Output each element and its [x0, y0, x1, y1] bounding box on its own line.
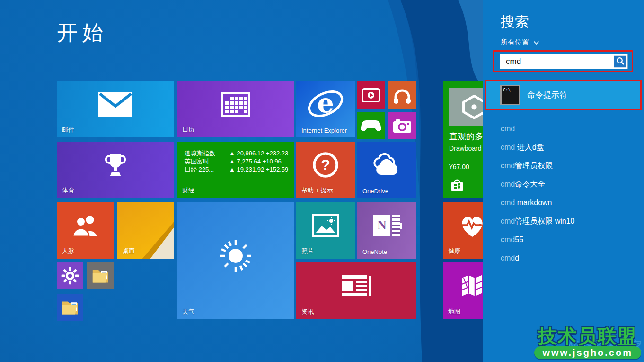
tile-settings[interactable]	[57, 262, 83, 289]
tile-news[interactable]: 资讯	[296, 262, 416, 319]
envelope-icon	[57, 81, 174, 127]
tile-people[interactable]: 人脉	[57, 202, 114, 259]
tile-label: Internet Explorer	[301, 127, 347, 134]
search-suggestion[interactable]: cmd markdown	[501, 193, 574, 212]
tile-mail[interactable]: 邮件	[57, 81, 174, 137]
tile-video[interactable]	[357, 81, 385, 109]
suggestion-completion-text: 命令大全	[515, 180, 545, 188]
question-mark-icon: ?	[296, 142, 355, 188]
watermark: Win8系统之家 技术员联盟 www.jsgho.com	[534, 323, 642, 359]
tile-weather[interactable]: 天气	[177, 202, 294, 319]
search-scope-dropdown[interactable]: 所有位置	[501, 38, 539, 47]
tile-games[interactable]	[357, 112, 385, 139]
store-app-price: ¥67.00	[449, 163, 469, 171]
suggestion-completion-text: markdown	[515, 199, 552, 207]
question-glyph: ?	[321, 156, 330, 173]
search-panel: 搜索 所有位置 C:\_ 命令提示符 cmd cmd 进入d盘 cmd管理员权限	[483, 0, 644, 362]
search-submit-button[interactable]	[614, 55, 626, 68]
search-panel-title: 搜索	[501, 12, 529, 32]
search-result-label: 命令提示符	[527, 90, 567, 100]
tile-desktop[interactable]: 桌面	[117, 202, 174, 259]
tile-label: 资讯	[301, 308, 314, 316]
gamepad-icon	[357, 112, 385, 139]
tile-sports[interactable]: 体育	[57, 142, 174, 198]
stock-quotes: 道琼斯指数▲ 20,996.12 +232.23 英国富时...▲ 7,275.…	[185, 149, 288, 173]
store-app-name: Drawboard P	[449, 145, 488, 152]
search-scope-label: 所有位置	[501, 38, 529, 47]
page-title: 开始	[57, 19, 108, 47]
suggestion-completion-text: 管理员权限 win10	[515, 217, 574, 225]
tile-label: 健康	[448, 247, 460, 255]
stock-row: 道琼斯指数▲ 20,996.12 +232.23	[185, 149, 288, 157]
tile-finance[interactable]: 道琼斯指数▲ 20,996.12 +232.23 英国富时...▲ 7,275.…	[177, 142, 294, 198]
divider	[501, 115, 634, 115]
search-suggestion[interactable]: cmdd	[501, 249, 574, 267]
stock-row: 日经 225...▲ 19,231.92 +152.59	[185, 165, 288, 173]
cloud-icon	[357, 142, 416, 188]
tile-documents-folder[interactable]	[87, 262, 114, 289]
search-suggestion[interactable]: cmd 进入d盘	[501, 138, 574, 156]
suggestion-completion-text: d	[515, 254, 519, 262]
tile-label: 日历	[182, 126, 194, 134]
tile-camera[interactable]	[388, 112, 416, 139]
tile-calendar[interactable]: 日历	[177, 81, 294, 137]
suggestion-completion-text: 管理员权限	[515, 162, 553, 170]
photo-icon	[296, 202, 355, 248]
search-input[interactable]	[500, 54, 628, 69]
watermark-url: www.jsgho.com	[534, 346, 642, 359]
tile-photos[interactable]: 照片	[296, 202, 355, 259]
search-suggestions: cmd cmd 进入d盘 cmd管理员权限 cmd命令大全 cmd markdo…	[501, 119, 574, 267]
suggestion-typed-text: cmd	[501, 143, 515, 151]
sun-icon	[177, 202, 294, 309]
search-suggestion[interactable]: cmd	[501, 119, 574, 138]
tile-onenote[interactable]: N OneNote	[357, 202, 416, 259]
people-icon	[57, 202, 114, 248]
tile-label: 地图	[448, 308, 460, 316]
onenote-letter: N	[377, 218, 387, 233]
headphones-icon	[388, 81, 416, 109]
tile-label: 财经	[182, 186, 194, 195]
tile-label: 照片	[301, 247, 314, 255]
tile-label: OneDrive	[362, 188, 388, 195]
camera-icon	[388, 112, 416, 139]
store-app-title: 直观的多	[449, 131, 483, 142]
search-box	[500, 54, 628, 69]
ie-logo-icon: e	[296, 81, 355, 127]
gear-icon	[57, 262, 83, 289]
tile-help-tips[interactable]: ? 帮助 + 提示	[296, 142, 355, 198]
suggestion-typed-text: cmd	[501, 180, 515, 188]
chevron-down-icon	[533, 38, 539, 46]
suggestion-completion-text: 55	[515, 235, 523, 244]
stock-row: 英国富时...▲ 7,275.64 +10.96	[185, 157, 288, 165]
suggestion-typed-text: cmd	[501, 162, 515, 170]
tile-label: 帮助 + 提示	[301, 186, 333, 195]
search-result-command-prompt[interactable]: C:\_ 命令提示符	[486, 81, 641, 109]
suggestion-typed-text: cmd	[501, 235, 515, 244]
cmd-icon: C:\_	[500, 85, 520, 105]
suggestion-completion-text: 进入d盘	[515, 143, 544, 151]
pictures-folder-icon	[57, 294, 83, 321]
tile-music[interactable]	[388, 81, 416, 109]
store-bag-icon	[449, 177, 465, 194]
search-icon	[616, 57, 625, 67]
search-suggestion[interactable]: cmd管理员权限 win10	[501, 212, 574, 230]
tile-internet-explorer[interactable]: e Internet Explorer	[296, 81, 355, 137]
search-suggestion[interactable]: cmd管理员权限	[501, 156, 574, 175]
tile-label: OneNote	[362, 248, 387, 255]
search-suggestion[interactable]: cmd命令大全	[501, 175, 574, 193]
folder-icon	[87, 262, 114, 289]
watermark-logo-text: 技术员联盟	[534, 323, 642, 349]
suggestion-typed-text: cmd	[501, 217, 515, 225]
onenote-icon: N	[373, 215, 400, 236]
tile-label: 体育	[62, 186, 74, 195]
windows-start-screen: 开始 邮件 日历 e Int	[0, 0, 644, 362]
video-icon	[357, 81, 385, 109]
tile-label: 人脉	[62, 247, 74, 255]
tile-label: 桌面	[123, 247, 135, 255]
tile-label: 邮件	[62, 126, 74, 134]
tile-onedrive[interactable]: OneDrive	[357, 142, 416, 198]
suggestion-typed-text: cmd	[501, 254, 515, 262]
search-suggestion[interactable]: cmd55	[501, 230, 574, 249]
tile-label: 天气	[182, 308, 194, 316]
tile-pictures-folder[interactable]	[57, 294, 83, 321]
